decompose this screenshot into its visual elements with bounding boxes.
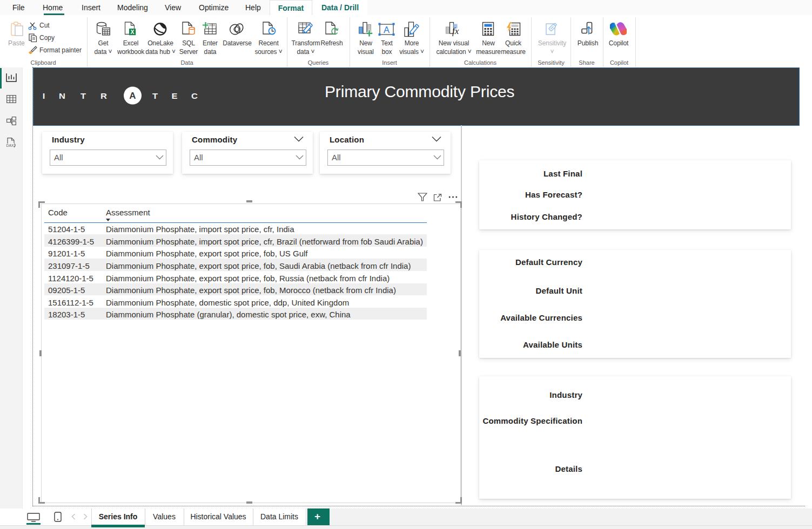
svg-text:T: T xyxy=(80,92,86,100)
svg-text:A: A xyxy=(129,91,136,101)
svg-text:DAX: DAX xyxy=(6,144,14,147)
svg-text:T: T xyxy=(152,92,158,100)
svg-text:A: A xyxy=(384,25,390,35)
svg-text:N: N xyxy=(59,92,65,100)
svg-text:E: E xyxy=(172,92,178,100)
svg-text:I: I xyxy=(43,92,45,100)
svg-text:X: X xyxy=(131,29,135,35)
svg-text:R: R xyxy=(100,92,107,100)
svg-text:fx: fx xyxy=(452,26,459,36)
svg-text:C: C xyxy=(191,92,198,100)
